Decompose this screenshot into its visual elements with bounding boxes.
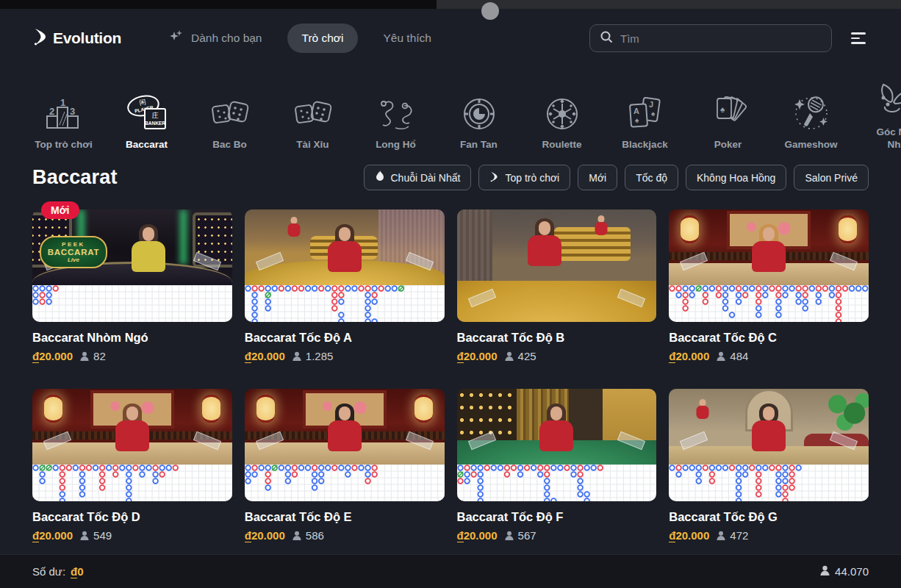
game-title: Baccarat Tốc Độ F: [457, 510, 657, 524]
filter-chuoi-dai-nhat[interactable]: Chuỗi Dài Nhất: [364, 165, 472, 190]
category-blackjack[interactable]: A♠J♠Blackjack: [603, 69, 686, 151]
microphone-icon: [791, 87, 832, 132]
background-dealer: [287, 217, 301, 237]
nav-item-yeu-thich[interactable]: Yêu thích: [368, 24, 446, 53]
game-stats: đ20.000 484: [669, 350, 869, 362]
baccarat-roadmap: [669, 465, 869, 501]
game-title: Baccarat Tốc Độ C: [669, 331, 869, 345]
category-tai-xiu[interactable]: Tài Xỉu: [271, 69, 354, 151]
balance-label: Số dư:: [32, 565, 65, 578]
game-title: Baccarat Tốc Độ B: [457, 331, 657, 345]
fan-tan-icon: [460, 87, 498, 132]
poker-fan-icon: ♠: [707, 87, 750, 132]
game-thumbnail[interactable]: [32, 389, 232, 465]
evo-arrow-icon: [489, 171, 499, 184]
category-poker[interactable]: ♠Poker: [686, 69, 769, 151]
filter-toc-do[interactable]: Tốc độ: [625, 165, 678, 190]
podium-icon: 213: [45, 87, 83, 132]
player-count: 472: [716, 529, 748, 542]
player-count: 425: [504, 350, 536, 362]
min-stake: đ20.000: [669, 529, 709, 542]
min-stake: đ20.000: [457, 350, 498, 362]
search-input[interactable]: [620, 32, 822, 45]
person-icon: [79, 531, 90, 541]
filter-salon-prive[interactable]: Salon Privé: [794, 165, 869, 190]
player-count: 1.285: [292, 350, 334, 362]
game-thumbnail[interactable]: [669, 209, 869, 285]
game-card-6[interactable]: Baccarat Tốc Độ F đ20.000 567: [457, 389, 657, 542]
svg-text:♠: ♠: [635, 116, 639, 124]
game-thumbnail[interactable]: [457, 209, 657, 322]
game-title: Baccarat Tốc Độ E: [245, 510, 445, 524]
header: Evolution Dành cho bạnTrò chơiYêu thích: [0, 9, 901, 68]
min-stake: đ20.000: [32, 350, 73, 362]
category-baccarat[interactable]: 闲PLAYER庄BANKERBaccarat: [105, 69, 188, 151]
game-stats: đ20.000 82: [32, 350, 232, 362]
category-bar: 213Top trò chơi闲PLAYER庄BANKERBaccaratBac…: [0, 69, 901, 151]
nav-item-tro-choi[interactable]: Trò chơi: [287, 24, 359, 53]
game-card-4[interactable]: Baccarat Tốc Độ D đ20.000 549: [32, 389, 232, 542]
section-header: Baccarat Chuỗi Dài NhấtTop trò chơiMớiTố…: [0, 165, 901, 190]
category-roulette[interactable]: Roulette: [520, 69, 603, 151]
dealer: [123, 224, 174, 285]
game-card-7[interactable]: Baccarat Tốc Độ G đ20.000 472: [669, 389, 869, 542]
category-goc-nhin[interactable]: Góc Nh Nh: [852, 69, 901, 151]
game-thumbnail[interactable]: [245, 209, 445, 285]
dealer: [743, 224, 794, 285]
menu-hamburger-icon[interactable]: [848, 29, 869, 46]
category-long-ho[interactable]: Long Hổ: [354, 69, 437, 151]
filter-khong-hoa-hong[interactable]: Không Hoa Hồng: [686, 165, 786, 190]
scroll-drag-handle[interactable]: [481, 2, 499, 20]
baccarat-roadmap: [245, 285, 445, 322]
category-gameshow[interactable]: Gameshow: [769, 69, 852, 151]
game-thumbnail[interactable]: PEEKBACCARATLive: [32, 209, 232, 285]
game-card-5[interactable]: Baccarat Tốc Độ E đ20.000 586: [245, 389, 445, 542]
search-box[interactable]: [589, 24, 832, 52]
category-label: Top trò chơi: [35, 138, 92, 151]
category-fan-tan[interactable]: Fan Tan: [437, 69, 520, 151]
baccarat-roadmap: [32, 285, 232, 322]
min-stake: đ20.000: [669, 350, 709, 362]
nav-item-label: Trò chơi: [302, 32, 344, 45]
game-thumbnail[interactable]: [457, 389, 657, 465]
filter-label: Mới: [589, 172, 606, 184]
player-count: 484: [716, 350, 748, 362]
person-icon: [504, 531, 514, 541]
min-stake: đ20.000: [245, 529, 285, 542]
game-card-3[interactable]: Baccarat Tốc Độ C đ20.000 484: [669, 209, 869, 362]
nav-item-danh-cho-ban[interactable]: Dành cho bạn: [154, 21, 277, 56]
flame-icon: [375, 171, 385, 184]
game-card-2[interactable]: Baccarat Tốc Độ B đ20.000 425: [457, 209, 657, 362]
category-top-tro-choi[interactable]: 213Top trò chơi: [22, 69, 105, 151]
game-thumbnail[interactable]: [245, 389, 445, 465]
svg-text:1: 1: [60, 97, 65, 108]
dealer: [743, 404, 794, 465]
filter-top-tro-choi[interactable]: Top trò chơi: [478, 165, 570, 190]
nav-item-label: Dành cho bạn: [191, 32, 262, 45]
dice-pair-icon: [292, 87, 334, 132]
search-icon: [600, 30, 613, 46]
game-card-1[interactable]: Baccarat Tốc Độ A đ20.000 1.285: [245, 209, 445, 362]
brand-name: Evolution: [53, 29, 121, 47]
baccarat-roadmap: [457, 465, 657, 501]
game-card-0[interactable]: Mới PEEKBACCARATLive Baccarat Nhòm Ngó đ…: [32, 209, 232, 362]
dealer: [107, 404, 158, 465]
player-count: 82: [79, 350, 106, 362]
main-nav: Dành cho bạnTrò chơiYêu thích: [154, 21, 446, 56]
baccarat-cards-icon: 闲PLAYER庄BANKER: [124, 87, 170, 132]
evolution-logo-mark-icon: [32, 28, 49, 49]
game-thumbnail[interactable]: [669, 389, 869, 465]
category-label: Baccarat: [126, 138, 168, 151]
dealer: [519, 218, 570, 280]
category-label: Bac Bo: [212, 138, 247, 151]
players-online: 44.070: [819, 565, 869, 578]
filter-chips: Chuỗi Dài NhấtTop trò chơiMớiTốc độKhông…: [364, 165, 869, 190]
dealer: [319, 224, 370, 285]
category-bac-bo[interactable]: Bac Bo: [188, 69, 271, 151]
player-count: 567: [504, 529, 536, 542]
person-icon: [504, 351, 514, 362]
evolution-logo[interactable]: Evolution: [32, 28, 121, 49]
filter-label: Salon Privé: [805, 172, 858, 184]
filter-moi[interactable]: Mới: [578, 165, 617, 190]
svg-text:庄: 庄: [151, 112, 158, 119]
